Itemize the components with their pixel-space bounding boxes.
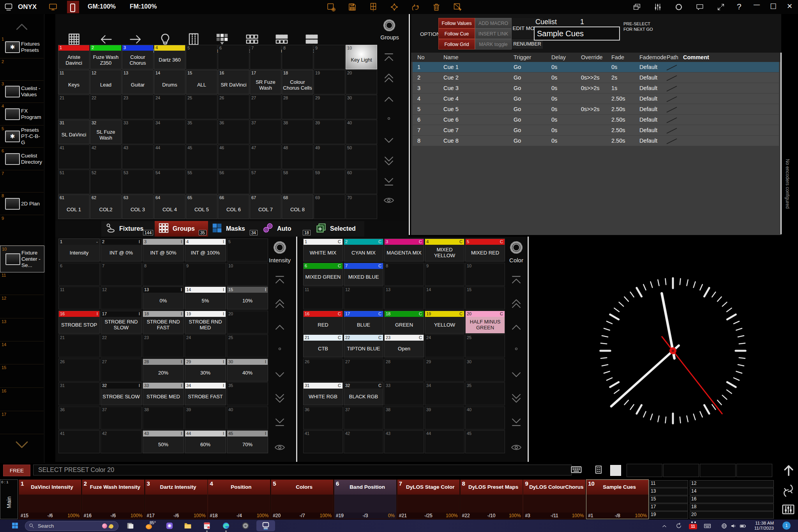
preset-cell-23[interactable]: 23 — [143, 334, 184, 357]
scroll-pgup-icon[interactable] — [510, 297, 523, 310]
bank-slot-20[interactable]: 20 — [690, 511, 774, 519]
group-cell-19[interactable]: 19 — [314, 70, 345, 94]
scroll-up-icon[interactable] — [273, 320, 286, 334]
bank-slot-13[interactable]: 13 — [649, 488, 688, 495]
trash-icon[interactable] — [432, 2, 441, 12]
preset-cell-3[interactable]: 3IINT @ 50% — [143, 239, 184, 262]
preset-cell-26[interactable]: 26 — [303, 359, 343, 382]
save-icon[interactable] — [348, 2, 357, 12]
groups-settings-icon[interactable] — [382, 18, 397, 33]
free-mode-button[interactable]: FREE — [3, 465, 30, 476]
group-cell-42[interactable]: 42 — [90, 145, 122, 169]
intensity-scrollbar[interactable] — [296, 237, 297, 462]
group-cell-26[interactable]: 26 — [218, 95, 249, 119]
group-cell-4[interactable]: 4Dartz 360 — [154, 45, 185, 69]
color-settings-icon[interactable] — [508, 240, 524, 255]
playback-strip-10[interactable]: #1-/8100%10Sample Cues — [586, 479, 649, 519]
group-cell-32[interactable]: 32SL Fuze Wash — [90, 120, 122, 144]
preset-cell-41[interactable]: 41 — [58, 430, 100, 453]
cue-col-override[interactable]: Override — [581, 53, 603, 62]
preset-cell-18[interactable]: 18ISTROBE RND FAST — [143, 311, 184, 334]
preset-cell-21[interactable]: 21CCTB — [303, 334, 343, 357]
group-cell-10[interactable]: 10Key Light — [346, 45, 377, 69]
preset-cell-30[interactable]: 30I40% — [227, 359, 268, 382]
weather-widget[interactable]: 85° — [145, 520, 161, 531]
group-cell-9[interactable]: 9 — [314, 45, 345, 69]
eye-icon[interactable] — [383, 194, 395, 207]
preset-cell-5[interactable]: 5CMIXED RED — [465, 239, 505, 262]
minimize-button[interactable]: — — [754, 1, 760, 8]
preset-cell-7[interactable]: 7CMIXED BLUE — [344, 263, 383, 286]
cue-row-2[interactable]: 2Cue 2Go0s0s>>2s2sDefault — [413, 72, 779, 83]
group-cell-25[interactable]: 25 — [186, 95, 217, 119]
preset-cell-25[interactable]: 25 — [227, 334, 268, 357]
intensity-settings-icon[interactable] — [272, 240, 288, 255]
button-mark-toggle[interactable]: MARK toggle — [475, 39, 512, 49]
undo-icon[interactable] — [411, 2, 420, 12]
button-add-macro[interactable]: ADD MACRO — [475, 18, 512, 28]
sidebar-item-13[interactable]: 13 — [0, 318, 44, 341]
sidebar-item-5[interactable]: 5✱PresetsPT-C-B-G — [0, 125, 44, 148]
preset-cell-22[interactable]: 22CTIPTON BLUE — [344, 334, 383, 357]
bank-slot-12[interactable]: 12 — [690, 480, 774, 488]
preset-cell-28[interactable]: 28 — [384, 359, 424, 382]
group-cell-2[interactable]: 2Fuze Wash Z350 — [90, 45, 122, 69]
preset-cell-7[interactable]: 7 — [101, 263, 142, 286]
group-cell-15[interactable]: 15ALL — [186, 70, 217, 94]
group-cell-33[interactable]: 33 — [122, 120, 154, 144]
scroll-end-icon[interactable] — [510, 415, 523, 428]
tab-masks[interactable]: Masks34 — [208, 221, 259, 237]
preset-cell-20[interactable]: 20CHALF MINUS GREEN — [465, 311, 505, 334]
group-cell-1[interactable]: 1Ariste Davinci — [58, 45, 90, 69]
cue-row-4[interactable]: 4Cue 4Go0s2.50sDefault — [413, 94, 779, 104]
group-cell-64[interactable]: 64COL 4 — [154, 194, 185, 219]
scroll-top-icon[interactable] — [382, 51, 395, 64]
group-cell-49[interactable]: 49 — [314, 145, 345, 169]
window-split-icon[interactable] — [369, 2, 378, 12]
sidebar-item-2[interactable]: 2 — [0, 58, 44, 81]
cue-col-fademode[interactable]: Fademode — [639, 53, 666, 62]
empty-slot[interactable] — [663, 464, 699, 477]
notification-count[interactable]: 1 — [782, 521, 791, 530]
preset-cell-4[interactable]: 4CMIXED YELLOW — [425, 239, 464, 262]
group-cell-27[interactable]: 27 — [250, 95, 281, 119]
scroll-top-icon[interactable] — [510, 274, 523, 287]
bank-slot-14[interactable]: 14 — [690, 488, 774, 495]
preset-cell-32[interactable]: 32ISTROBE SLOW — [101, 382, 142, 405]
group-cell-39[interactable]: 39 — [314, 120, 345, 144]
button-follow-grid[interactable]: Follow Grid — [438, 39, 475, 49]
preset-cell-17[interactable]: 17ISTROBE RND SLOW — [101, 311, 142, 334]
scroll-down-icon[interactable] — [382, 134, 395, 147]
group-cell-35[interactable]: 35 — [186, 120, 217, 144]
preset-cell-19[interactable]: 19ISTROBE RND MED — [185, 311, 226, 334]
group-cell-63[interactable]: 63COL 3 — [122, 194, 154, 219]
bank-slot-15[interactable]: 15 — [649, 496, 688, 503]
group-cell-53[interactable]: 53 — [122, 170, 154, 194]
group-cell-55[interactable]: 55 — [186, 170, 217, 194]
group-cell-48[interactable]: 48 — [282, 145, 313, 169]
scroll-up-icon[interactable] — [510, 320, 523, 334]
group-cell-29[interactable]: 29 — [314, 95, 345, 119]
cue-col-trigger[interactable]: Trigger — [514, 53, 531, 62]
preset-cell-31[interactable]: 31CWHITE RGB — [303, 382, 343, 405]
preset-cell-29[interactable]: 29I30% — [185, 359, 226, 382]
group-cell-43[interactable]: 43 — [122, 145, 154, 169]
group-cell-41[interactable]: 41 — [58, 145, 90, 169]
bank-slot-11[interactable]: 11 — [649, 480, 688, 488]
button-follow-cue[interactable]: Follow Cue — [438, 28, 475, 39]
scroll-top-icon[interactable] — [273, 274, 286, 287]
preset-cell-44[interactable]: 44I60% — [185, 430, 226, 453]
preset-cell-28[interactable]: 28I20% — [143, 359, 184, 382]
tab-groups[interactable]: Groups35 — [155, 221, 208, 237]
group-cell-60[interactable]: 60 — [346, 170, 377, 194]
tab-fixtures[interactable]: Fixtures144 — [101, 221, 155, 237]
playback-strip-7[interactable]: #21-/25100%7DyLOS Stage Color — [397, 479, 460, 519]
preset-cell-35[interactable]: 35 — [227, 382, 268, 405]
preset-cell-3[interactable]: 3CMAGENTA MIX — [384, 239, 424, 262]
playback-strip-8[interactable]: #22-/10100%8DyLOS Preset Maps — [460, 479, 523, 519]
preset-cell-20[interactable]: 20 — [227, 311, 268, 334]
group-cell-68[interactable]: 68COL 8 — [282, 194, 313, 219]
playback-strip-1[interactable]: #15-/6100%1DaVinci Intensity — [19, 479, 81, 519]
sidebar-item-7[interactable]: 7 — [0, 170, 44, 193]
group-cell-50[interactable]: 50 — [346, 145, 377, 169]
